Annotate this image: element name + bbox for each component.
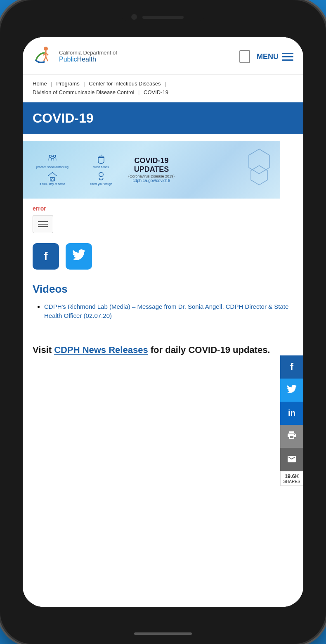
main-content: f Videos	[23, 237, 303, 344]
tablet-icon	[239, 50, 250, 63]
logo-health: Health	[77, 56, 96, 63]
error-section: error	[23, 199, 303, 237]
sidebar-print-button[interactable]	[280, 425, 303, 448]
covid-icon-grid: practice social distancing wash hands	[29, 154, 124, 185]
social-distance-icon-item: practice social distancing	[29, 154, 76, 168]
svg-marker-18	[251, 166, 267, 185]
social-sidebar: f in	[280, 355, 303, 486]
content-with-sidebar: f in	[23, 141, 303, 381]
svg-line-5	[46, 57, 48, 61]
twitter-icon	[287, 385, 297, 395]
svg-line-15	[99, 178, 100, 179]
email-icon	[287, 454, 297, 465]
sidebar-email-button[interactable]	[280, 448, 303, 471]
svg-line-4	[44, 57, 46, 61]
video-link[interactable]: CDPH's Richmond Lab (Media) – Message fr…	[44, 303, 288, 320]
phone-frame: California Department of PublicHealth ME…	[0, 0, 326, 644]
linkedin-icon: in	[288, 408, 295, 418]
breadcrumb-programs[interactable]: Programs	[56, 80, 79, 87]
page-title-banner: COVID-19	[23, 102, 303, 134]
bottom-suffix: for daily COVID-19 updates.	[148, 345, 270, 355]
covid-text-center: COVID-19UPDATES (Coronavirus Disease 201…	[128, 156, 175, 183]
svg-rect-12	[50, 177, 55, 181]
stay-home-icon-item: if sick, stay at home	[29, 171, 76, 185]
shares-count: 19.6K SHARES	[280, 471, 303, 486]
breadcrumb-cid[interactable]: Center for Infectious Diseases	[89, 80, 161, 87]
video-list-item: CDPH's Richmond Lab (Media) – Message fr…	[44, 302, 293, 321]
hamburger-icon	[282, 53, 293, 61]
screen-content[interactable]: California Department of PublicHealth ME…	[23, 37, 303, 607]
phone-speaker	[142, 16, 184, 19]
svg-point-7	[54, 155, 56, 157]
covid-banner-image: practice social distancing wash hands	[23, 141, 280, 199]
cdph-news-link[interactable]: CDPH News Releases	[54, 345, 148, 355]
covid-url: cdph.ca.gov/covid19	[128, 178, 175, 183]
svg-point-0	[44, 47, 48, 51]
breadcrumb-home[interactable]: Home	[33, 80, 47, 87]
nav-toggle-icon	[38, 226, 48, 227]
error-label: error	[33, 205, 293, 212]
logo-top-text: California Department of	[59, 50, 117, 56]
shares-label: SHARES	[281, 479, 302, 484]
svg-point-14	[99, 172, 104, 177]
covid-subtitle: (Coronavirus Disease 2019)	[128, 174, 175, 178]
facebook-icon: f	[290, 361, 293, 373]
videos-heading: Videos	[33, 283, 293, 296]
sidebar-twitter-button[interactable]	[280, 379, 303, 402]
covid-updates-title: COVID-19UPDATES	[128, 156, 175, 174]
sidebar-facebook-button[interactable]: f	[280, 355, 303, 379]
logo-bottom-text: PublicHealth	[59, 56, 117, 63]
wash-hands-icon-item: wash hands	[78, 154, 124, 168]
phone-home-bar	[134, 632, 192, 635]
facebook-icon-large: f	[44, 250, 47, 263]
covid-hex-decoration	[179, 147, 274, 192]
cdph-logo-icon	[33, 45, 55, 68]
breadcrumb: Home | Programs | Center for Infectious …	[23, 75, 303, 102]
social-icons-row: f	[33, 243, 293, 270]
logo-text: California Department of PublicHealth	[59, 50, 117, 63]
site-header: California Department of PublicHealth ME…	[23, 37, 303, 75]
covid-banner-content: practice social distancing wash hands	[23, 141, 280, 199]
breadcrumb-covid[interactable]: COVID-19	[144, 89, 168, 95]
facebook-button-large[interactable]: f	[33, 243, 59, 270]
svg-point-6	[49, 155, 51, 157]
nav-toggle-icon	[38, 224, 48, 225]
menu-button[interactable]: MENU	[257, 52, 293, 61]
logo-area: California Department of PublicHealth	[33, 45, 117, 68]
svg-rect-13	[52, 179, 53, 181]
bottom-prefix: Visit	[33, 345, 54, 355]
sidebar-linkedin-button[interactable]: in	[280, 402, 303, 425]
cover-cough-icon-item: cover your cough	[78, 171, 124, 185]
phone-camera	[131, 14, 137, 20]
twitter-button-large[interactable]	[66, 243, 92, 270]
bottom-section: Visit CDPH News Releases for daily COVID…	[23, 344, 303, 381]
nav-toggle-icon	[38, 221, 48, 222]
logo-public: Public	[59, 56, 77, 63]
breadcrumb-dcdc[interactable]: Division of Communicable Disease Control	[33, 89, 134, 95]
videos-list: CDPH's Richmond Lab (Media) – Message fr…	[33, 302, 293, 321]
twitter-icon-large	[72, 249, 85, 263]
phone-screen: California Department of PublicHealth ME…	[23, 37, 303, 607]
header-right: MENU	[239, 50, 293, 63]
page-title: COVID-19	[33, 111, 94, 125]
menu-label: MENU	[257, 52, 279, 61]
nav-toggle-button[interactable]	[33, 215, 53, 233]
print-icon	[287, 430, 297, 443]
shares-number: 19.6K	[281, 473, 302, 479]
svg-line-16	[102, 178, 103, 179]
